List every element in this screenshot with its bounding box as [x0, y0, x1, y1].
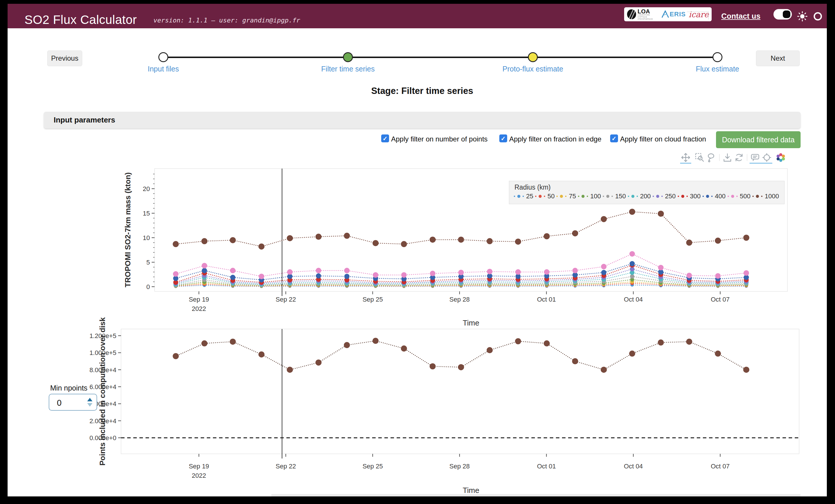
data-point[interactable] — [401, 272, 407, 278]
legend-item-300[interactable]: 300 — [677, 193, 701, 200]
data-point[interactable] — [230, 268, 236, 273]
data-point[interactable] — [658, 210, 664, 217]
data-point[interactable] — [572, 358, 578, 364]
data-point[interactable] — [344, 274, 349, 279]
data-point[interactable] — [259, 244, 265, 250]
y-tick-label: 15 — [143, 210, 150, 217]
x-tick-label: Sep 28 — [449, 296, 470, 303]
data-point[interactable] — [372, 240, 379, 246]
plot-area[interactable] — [121, 329, 799, 454]
data-point[interactable] — [630, 261, 635, 266]
legend-label: 100 — [590, 193, 601, 200]
x-tick-label: Oct 07 — [711, 296, 730, 303]
data-point[interactable] — [601, 367, 607, 373]
data-point[interactable] — [259, 351, 265, 358]
data-point[interactable] — [316, 268, 321, 273]
data-point[interactable] — [487, 238, 493, 244]
data-point[interactable] — [230, 275, 236, 280]
min-npoints-input[interactable]: 0 — [49, 394, 97, 411]
data-point[interactable] — [344, 342, 350, 348]
data-point[interactable] — [629, 350, 635, 357]
data-point[interactable] — [315, 234, 322, 240]
data-point[interactable] — [630, 274, 634, 279]
data-point[interactable] — [601, 216, 607, 222]
x-tick-year-label: 2022 — [192, 472, 206, 479]
charts-canvas: 05101520Sep 192022Sep 22Sep 25Sep 28Oct … — [0, 0, 835, 504]
data-point[interactable] — [744, 270, 749, 276]
legend-marker-icon — [677, 194, 688, 198]
data-point[interactable] — [316, 273, 321, 279]
data-point[interactable] — [601, 270, 606, 275]
data-point[interactable] — [344, 233, 350, 239]
legend-item-50[interactable]: 50 — [535, 193, 554, 200]
legend-item-250[interactable]: 250 — [652, 193, 676, 200]
data-point[interactable] — [629, 209, 635, 215]
data-point[interactable] — [259, 274, 264, 279]
legend-marker-icon — [513, 194, 524, 198]
data-point[interactable] — [743, 235, 749, 241]
data-point[interactable] — [372, 338, 379, 344]
data-point[interactable] — [487, 347, 493, 353]
legend-item-200[interactable]: 200 — [627, 193, 651, 200]
legend-item-75[interactable]: 75 — [556, 193, 576, 200]
legend-item-100[interactable]: 100 — [577, 193, 601, 200]
y-tick-label: 20 — [143, 185, 150, 193]
legend-item-25[interactable]: 25 — [513, 193, 533, 200]
data-point[interactable] — [715, 273, 721, 279]
data-point[interactable] — [487, 269, 493, 274]
data-point[interactable] — [172, 353, 179, 359]
data-point[interactable] — [287, 269, 292, 275]
data-point[interactable] — [401, 241, 407, 247]
data-point[interactable] — [201, 238, 207, 244]
data-point[interactable] — [515, 269, 521, 275]
data-point[interactable] — [430, 237, 436, 243]
x-tick-label: Sep 25 — [363, 463, 383, 470]
data-point[interactable] — [430, 271, 435, 276]
legend-marker-icon — [535, 194, 546, 198]
data-point[interactable] — [201, 340, 207, 346]
data-point[interactable] — [401, 345, 407, 351]
legend-marker-icon — [702, 194, 713, 198]
data-point[interactable] — [658, 265, 664, 270]
data-point[interactable] — [629, 251, 635, 257]
data-point[interactable] — [743, 367, 749, 373]
legend-item-150[interactable]: 150 — [602, 193, 626, 200]
data-point[interactable] — [202, 268, 207, 273]
data-point[interactable] — [230, 237, 236, 243]
stepper-down-icon[interactable] — [87, 403, 93, 407]
data-point[interactable] — [202, 263, 207, 268]
data-point[interactable] — [544, 233, 550, 239]
data-point[interactable] — [287, 367, 293, 373]
data-point[interactable] — [715, 350, 721, 357]
data-point[interactable] — [687, 273, 692, 278]
legend-item-1000[interactable]: 1000 — [752, 193, 779, 200]
data-point[interactable] — [515, 338, 521, 344]
data-point[interactable] — [686, 239, 692, 246]
data-point[interactable] — [344, 268, 350, 273]
data-point[interactable] — [658, 340, 664, 346]
data-point[interactable] — [601, 264, 607, 269]
data-point[interactable] — [315, 359, 322, 365]
data-point[interactable] — [544, 340, 550, 346]
data-point[interactable] — [686, 339, 692, 345]
stepper-up-icon[interactable] — [87, 398, 93, 401]
data-point[interactable] — [715, 238, 721, 244]
data-point[interactable] — [172, 241, 179, 247]
legend-marker-icon — [752, 194, 763, 198]
data-point[interactable] — [173, 271, 179, 277]
legend-item-400[interactable]: 400 — [702, 193, 726, 200]
data-point[interactable] — [515, 239, 521, 245]
data-point[interactable] — [572, 230, 578, 236]
legend-item-500[interactable]: 500 — [727, 193, 751, 200]
data-point[interactable] — [230, 339, 236, 345]
data-point[interactable] — [287, 235, 293, 241]
data-point[interactable] — [572, 268, 578, 273]
data-point[interactable] — [373, 272, 378, 278]
data-point[interactable] — [430, 363, 436, 369]
data-point[interactable] — [544, 269, 549, 275]
data-point[interactable] — [458, 270, 464, 275]
legend-label: 50 — [547, 193, 554, 200]
legend-label: 400 — [715, 193, 726, 200]
data-point[interactable] — [458, 364, 464, 370]
data-point[interactable] — [458, 237, 464, 243]
